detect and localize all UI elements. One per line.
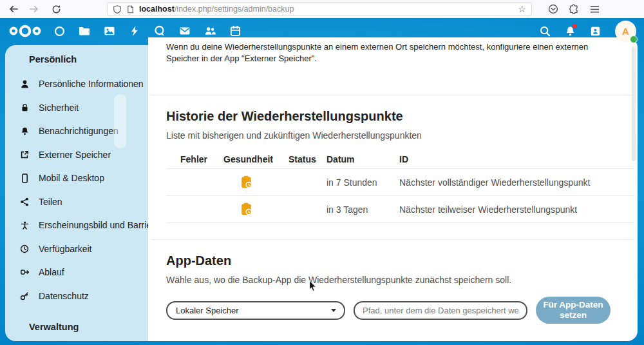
avatar-letter: A: [622, 26, 629, 37]
history-title: Historie der Wiederherstellungspunkte: [166, 109, 627, 124]
lock-icon: [19, 103, 30, 113]
table-header-row: Fehler Gesundheit Status Datum ID: [166, 150, 634, 169]
pocket-icon[interactable]: [547, 1, 559, 17]
sidebar-item-mobile-desktop[interactable]: Mobil & Desktop: [5, 166, 148, 190]
column-header: Datum: [327, 154, 399, 164]
main-scrollbar-thumb[interactable]: [632, 46, 636, 161]
menu-hamburger-icon[interactable]: [589, 1, 600, 17]
sidebar-item-label: Teilen: [39, 197, 62, 207]
photos-icon[interactable]: [103, 25, 116, 37]
search-icon[interactable]: [538, 25, 551, 37]
status-online-dot: [630, 35, 638, 43]
storage-location-select[interactable]: Lokaler Speicher: [166, 301, 345, 320]
column-header: Fehler: [166, 154, 223, 164]
sidebar-item-sharing[interactable]: Teilen: [5, 190, 148, 214]
accessibility-icon: [19, 220, 30, 230]
history-subtitle: Liste mit bisherigen und zukünftigen Wie…: [166, 130, 627, 141]
url-path: /index.php/settings/admin/backup: [175, 5, 294, 14]
talk-icon[interactable]: [153, 25, 166, 37]
restore-points-table: Fehler Gesundheit Status Datum ID in 7 S…: [166, 150, 634, 223]
section-divider: [151, 95, 634, 95]
chevron-down-icon: [331, 309, 336, 312]
dashboard-icon[interactable]: [53, 25, 66, 37]
sidebar-item-label: Mobil & Desktop: [39, 173, 104, 183]
avatar[interactable]: A: [615, 21, 636, 42]
back-button[interactable]: [5, 1, 22, 17]
id-cell: Nächster vollständiger Wiederherstellung…: [399, 177, 634, 188]
scheduled-clipboard-icon: [223, 175, 289, 189]
settings-sidebar: Persönlich Persönliche Informationen Sic…: [5, 45, 148, 341]
reload-button[interactable]: [48, 1, 64, 17]
flow-icon: [19, 267, 30, 277]
external-storage-icon: [19, 150, 30, 160]
column-header: Gesundheit: [223, 154, 289, 164]
url-bar[interactable]: localhost/index.php/settings/admin/backu…: [107, 2, 532, 16]
page-info-icon[interactable]: [126, 5, 135, 14]
sidebar-item-availability[interactable]: Verfügbarkeit: [5, 237, 148, 261]
url-text: localhost/index.php/settings/admin/backu…: [139, 5, 514, 14]
tracking-shield-icon[interactable]: [113, 5, 122, 14]
storage-select-value: Lokaler Speicher: [176, 306, 239, 315]
sidebar-item-label: Benachrichtigungen: [39, 126, 118, 136]
sidebar-scrollbar-thumb[interactable]: [114, 94, 126, 148]
table-row: in 3 Tagen Nächster teilweiser Wiederher…: [166, 196, 634, 223]
share-icon: [19, 197, 30, 207]
forward-button[interactable]: [26, 1, 43, 17]
clock-icon: [19, 244, 30, 254]
url-host: localhost: [139, 5, 175, 14]
notification-badge: [573, 24, 577, 28]
datum-cell: in 7 Stunden: [327, 177, 399, 188]
id-cell: Nächster teilweiser Wiederherstellungspu…: [399, 204, 634, 215]
nextcloud-header: A: [0, 19, 644, 43]
user-icon: [19, 79, 30, 89]
sidebar-item-label: Erscheinungsbild und Barrieref…: [39, 220, 148, 230]
section-divider: [151, 239, 634, 240]
activity-icon[interactable]: [128, 25, 141, 37]
sidebar-item-label: Sicherheit: [39, 103, 79, 113]
sidebar-heading-personal: Persönlich: [5, 54, 148, 64]
appdata-subtitle: Wähle aus, wo die Backup-App die Wiederh…: [166, 275, 627, 285]
contacts-menu-icon[interactable]: [589, 25, 601, 37]
sidebar-item-label: Datenschutz: [39, 291, 89, 301]
contacts-icon[interactable]: [204, 25, 216, 37]
calendar-icon[interactable]: [229, 25, 242, 37]
bell-icon: [19, 126, 30, 136]
sidebar-item-label: Persönliche Informationen: [39, 79, 144, 89]
browser-toolbar: localhost/index.php/settings/admin/backu…: [0, 0, 644, 18]
mail-icon[interactable]: [178, 25, 191, 37]
sidebar-heading-admin: Verwaltung: [29, 322, 79, 332]
sidebar-item-label: Externer Speicher: [39, 150, 111, 160]
sidebar-item-appearance-accessibility[interactable]: Erscheinungsbild und Barrieref…: [5, 213, 148, 237]
external-storage-hint: Wenn du deine Wiederherstellungspunkte a…: [166, 41, 617, 64]
main-content: Wenn du deine Wiederherstellungspunkte a…: [148, 37, 638, 341]
storage-path-input[interactable]: [354, 301, 527, 320]
sidebar-item-security[interactable]: Sicherheit: [5, 96, 148, 120]
set-appdata-button[interactable]: Für App-Daten setzen: [536, 297, 611, 324]
sidebar-item-privacy[interactable]: Datenschutz: [5, 284, 148, 308]
nextcloud-logo[interactable]: [8, 24, 43, 38]
sidebar-item-external-storage[interactable]: Externer Speicher: [5, 143, 148, 167]
scheduled-clipboard-icon: [223, 202, 289, 216]
sidebar-item-label: Ablauf: [39, 267, 64, 277]
sidebar-item-personal-info[interactable]: Persönliche Informationen: [5, 72, 148, 96]
sidebar-item-label: Verfügbarkeit: [39, 244, 92, 254]
sidebar-item-notifications[interactable]: Benachrichtigungen: [5, 119, 148, 143]
sidebar-item-flow[interactable]: Ablauf: [5, 261, 148, 284]
extensions-puzzle-icon[interactable]: [568, 1, 580, 17]
files-icon[interactable]: [78, 25, 91, 37]
bookmark-star-icon[interactable]: ☆: [518, 5, 526, 14]
column-header: Status: [289, 154, 327, 164]
key-icon: [19, 291, 30, 301]
table-row: in 7 Stunden Nächster vollständiger Wied…: [166, 169, 634, 196]
notifications-bell-icon[interactable]: [564, 25, 576, 37]
column-header: ID: [399, 154, 634, 164]
datum-cell: in 3 Tagen: [327, 204, 399, 215]
mobile-icon: [19, 173, 30, 183]
appdata-title: App-Daten: [166, 253, 627, 268]
